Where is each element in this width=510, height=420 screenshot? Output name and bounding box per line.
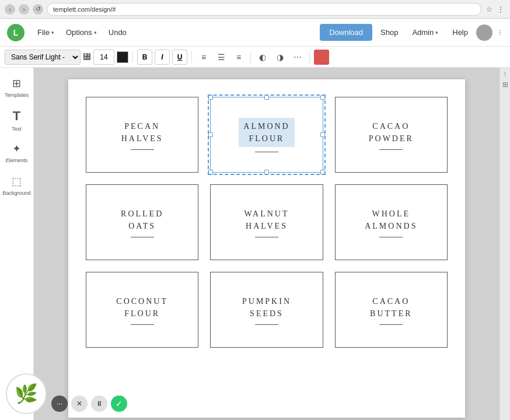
menu-icon[interactable]: ⋮ bbox=[496, 4, 505, 15]
label-text: WHOLE ALMONDS bbox=[365, 208, 417, 232]
chevron-down-icon: ▾ bbox=[435, 30, 438, 36]
label-card-cacao-powder[interactable]: CACAO POWDER bbox=[335, 97, 448, 173]
chevron-down-icon: ▾ bbox=[94, 30, 97, 36]
shop-link[interactable]: Shop bbox=[377, 28, 401, 37]
label-card-coconut-flour[interactable]: COCONUT FLOUR bbox=[86, 272, 198, 348]
handle-mid-right[interactable] bbox=[320, 132, 325, 137]
url-bar[interactable]: templett.com/design/# bbox=[47, 3, 481, 16]
refresh-button[interactable]: ↺ bbox=[33, 4, 43, 15]
label-underline bbox=[379, 237, 403, 237]
label-text: CACAO BUTTER bbox=[370, 295, 412, 320]
handle-top-right[interactable] bbox=[320, 95, 325, 100]
text-icon: T bbox=[13, 108, 20, 124]
plant-icon: 🌿 bbox=[15, 383, 38, 405]
label-underline bbox=[379, 324, 403, 325]
align-right-button[interactable]: ≡ bbox=[231, 50, 246, 65]
font-size-icon: ꟰ bbox=[83, 52, 91, 62]
main-layout: ⊞ Templates T Text ✦ Elements ⬚ Backgrou… bbox=[0, 68, 510, 420]
canvas-area: PECAN HALVES ALMOND FLOUR bbox=[34, 68, 499, 420]
sidebar-item-text[interactable]: T Text bbox=[2, 105, 32, 135]
handle-top-center[interactable] bbox=[264, 95, 269, 100]
separator bbox=[191, 51, 192, 63]
effects-button[interactable]: ◐ bbox=[255, 50, 270, 65]
handle-top-left[interactable] bbox=[208, 95, 213, 100]
sidebar: ⊞ Templates T Text ✦ Elements ⬚ Backgrou… bbox=[0, 68, 34, 420]
header-right: Download Shop Admin ▾ Help ⋮ bbox=[320, 19, 503, 47]
design-canvas: PECAN HALVES ALMOND FLOUR bbox=[68, 79, 465, 418]
close-button[interactable]: ✕ bbox=[71, 396, 88, 412]
label-card-cacao-butter[interactable]: CACAO BUTTER bbox=[335, 272, 448, 348]
label-text: ROLLED OATS bbox=[121, 208, 163, 232]
align-left-button[interactable]: ≡ bbox=[196, 50, 211, 65]
zoom-icon[interactable]: ⊞ bbox=[502, 80, 508, 89]
label-text: WALNUT HALVES bbox=[244, 208, 289, 232]
star-icon[interactable]: ☆ bbox=[485, 4, 494, 15]
font-selector[interactable]: Sans Serif Light - 1 bbox=[5, 50, 81, 65]
color-swatch[interactable] bbox=[117, 51, 128, 63]
app-header: L File ▾ Options ▾ Undo Download Shop Ad… bbox=[0, 19, 510, 47]
underline-button[interactable]: U bbox=[172, 50, 187, 65]
dots-button[interactable]: ··· bbox=[51, 396, 68, 412]
label-text: ALMOND FLOUR bbox=[239, 118, 294, 147]
header-nav: File ▾ Options ▾ Undo bbox=[32, 19, 132, 47]
font-size-input[interactable] bbox=[93, 50, 114, 65]
delete-button[interactable] bbox=[314, 50, 329, 65]
label-underline bbox=[131, 149, 154, 150]
italic-button[interactable]: I bbox=[155, 50, 170, 65]
pause-button[interactable]: ⏸ bbox=[91, 396, 107, 412]
more-button[interactable]: ⋯ bbox=[290, 50, 305, 65]
background-icon: ⬚ bbox=[12, 175, 22, 188]
right-panel: ↑ ⊞ bbox=[499, 68, 510, 420]
nav-undo[interactable]: Undo bbox=[103, 19, 132, 47]
handle-bot-left[interactable] bbox=[208, 170, 213, 174]
opacity-button[interactable]: ◑ bbox=[273, 50, 288, 65]
separator bbox=[309, 51, 310, 63]
bottom-controls: ··· ✕ ⏸ ✓ bbox=[51, 396, 127, 412]
chevron-down-icon: ▾ bbox=[51, 30, 54, 36]
label-text: PECAN HALVES bbox=[121, 120, 163, 145]
header-more-icon[interactable]: ⋮ bbox=[497, 29, 503, 36]
sidebar-item-background[interactable]: ⬚ Background bbox=[2, 170, 32, 201]
handle-bot-right[interactable] bbox=[320, 170, 325, 174]
label-text: CACAO POWDER bbox=[369, 120, 414, 145]
label-underline bbox=[255, 237, 278, 237]
sidebar-item-elements[interactable]: ✦ Elements bbox=[2, 138, 32, 168]
logo: L bbox=[7, 24, 25, 41]
label-card-walnut-halves[interactable]: WALNUT HALVES bbox=[210, 184, 323, 260]
label-card-almond-flour[interactable]: ALMOND FLOUR bbox=[210, 97, 323, 173]
label-card-whole-almonds[interactable]: WHOLE ALMONDS bbox=[335, 184, 448, 260]
label-underline bbox=[379, 149, 403, 150]
back-button[interactable]: ‹ bbox=[5, 4, 15, 15]
forward-button[interactable]: › bbox=[19, 4, 29, 15]
browser-icons: ☆ ⋮ bbox=[485, 4, 505, 15]
help-link[interactable]: Help bbox=[449, 28, 471, 37]
nav-options[interactable]: Options ▾ bbox=[60, 19, 103, 47]
nav-admin[interactable]: Admin ▾ bbox=[406, 19, 444, 47]
toolbar: Sans Serif Light - 1 ꟰ B I U ≡ ☰ ≡ ◐ ◑ ⋯ bbox=[0, 47, 510, 68]
label-text: PUMPKIN SEEDS bbox=[242, 295, 291, 320]
label-text: COCONUT FLOUR bbox=[116, 295, 168, 320]
handle-mid-left[interactable] bbox=[208, 132, 213, 137]
label-card-rolled-oats[interactable]: ROLLED OATS bbox=[86, 184, 198, 260]
label-card-pecan-halves[interactable]: PECAN HALVES bbox=[86, 97, 198, 173]
bold-button[interactable]: B bbox=[137, 50, 152, 65]
separator bbox=[250, 51, 251, 63]
label-underline bbox=[131, 324, 154, 325]
label-underline bbox=[255, 152, 278, 152]
separator bbox=[132, 51, 133, 63]
elements-icon: ✦ bbox=[12, 142, 21, 155]
confirm-button[interactable]: ✓ bbox=[111, 396, 127, 412]
templates-icon: ⊞ bbox=[12, 77, 21, 90]
label-underline bbox=[131, 237, 154, 237]
avatar[interactable] bbox=[476, 24, 492, 41]
sidebar-item-templates[interactable]: ⊞ Templates bbox=[2, 72, 32, 103]
label-card-pumpkin-seeds[interactable]: PUMPKIN SEEDS bbox=[210, 272, 323, 348]
nav-file[interactable]: File ▾ bbox=[32, 19, 60, 47]
avatar-large: 🌿 bbox=[6, 373, 47, 414]
align-center-button[interactable]: ☰ bbox=[214, 50, 229, 65]
share-icon[interactable]: ↑ bbox=[504, 70, 507, 78]
label-underline bbox=[255, 324, 278, 325]
browser-bar: ‹ › ↺ templett.com/design/# ☆ ⋮ bbox=[0, 0, 510, 19]
handle-bot-center[interactable] bbox=[264, 170, 269, 174]
download-button[interactable]: Download bbox=[320, 24, 372, 41]
